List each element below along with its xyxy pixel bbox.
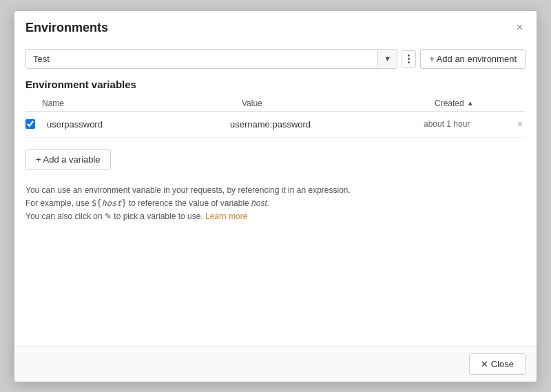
row-delete-button[interactable]: ×	[514, 117, 526, 131]
kebab-dots-icon	[408, 54, 410, 63]
close-x-button[interactable]: ×	[514, 21, 526, 34]
col-header-created: Created ▲	[435, 99, 526, 108]
dialog-header: Environments ×	[14, 11, 537, 42]
row-created: about 1 hour	[418, 119, 514, 129]
add-environment-button[interactable]: + Add an environment	[420, 49, 526, 69]
help-line3-suffix: to pick a variable to use.	[112, 212, 205, 221]
help-text: You can use an environment variable in y…	[25, 184, 526, 224]
table-header: Name Value Created ▲	[25, 96, 526, 112]
row-value-input[interactable]	[225, 116, 418, 133]
env-select-wrapper: Test ▼	[25, 49, 397, 69]
pencil-icon: ✎	[105, 212, 112, 221]
environments-dialog: Environments × Test ▼ + Add an environme…	[14, 10, 537, 382]
row-checkbox[interactable]	[25, 119, 35, 129]
table-row: about 1 hour ×	[25, 112, 526, 138]
help-line3-prefix: You can also click on	[25, 212, 105, 221]
learn-more-link[interactable]: Learn more	[205, 212, 247, 221]
help-code: ${host}	[92, 198, 127, 208]
col-header-value: Value	[242, 99, 435, 108]
help-line2-suffix: to reference the value of variable	[127, 198, 251, 208]
help-line1: You can use an environment variable in y…	[25, 185, 351, 195]
env-variables-section-title: Environment variables	[25, 79, 526, 90]
env-selector-row: Test ▼ + Add an environment	[25, 49, 526, 69]
col-header-name: Name	[42, 99, 242, 108]
close-button[interactable]: ✕ Close	[469, 353, 526, 375]
dialog-body: Test ▼ + Add an environment Environment …	[14, 42, 537, 346]
row-name-input[interactable]	[42, 116, 225, 133]
env-kebab-button[interactable]	[402, 50, 416, 68]
chevron-down-icon: ▼	[377, 50, 397, 67]
help-var: host	[251, 198, 267, 208]
add-variable-button[interactable]: + Add a variable	[25, 149, 111, 170]
help-line2-prefix: For example, use	[25, 198, 92, 208]
help-line2-end: .	[267, 198, 269, 208]
sort-arrow-icon: ▲	[467, 99, 474, 107]
env-select[interactable]: Test	[26, 50, 377, 68]
dialog-title: Environments	[25, 21, 108, 35]
dialog-footer: ✕ Close	[14, 346, 537, 382]
